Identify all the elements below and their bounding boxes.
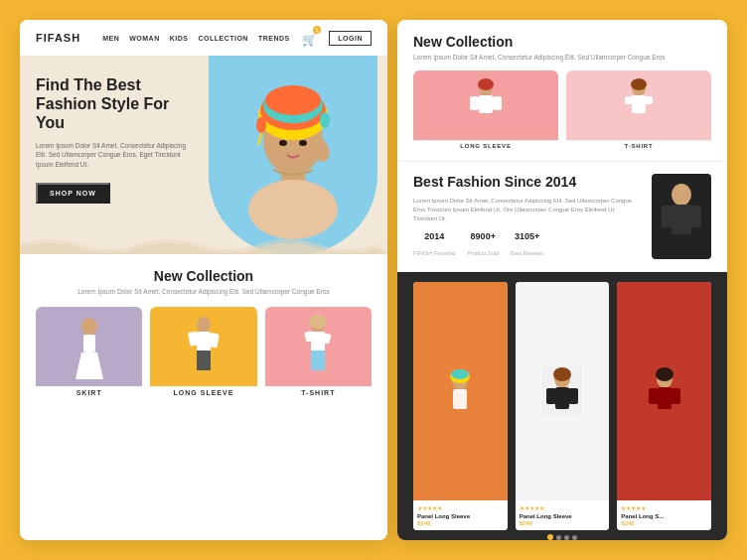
- new-collection-desc: Lorem Ipsum Dolor Sit Amet, Consectetur …: [36, 288, 372, 295]
- svg-point-6: [256, 117, 266, 133]
- navbar: FIFASH MEN WOMAN KIDS COLLECTION TRENDS …: [20, 20, 387, 56]
- dot-3[interactable]: [564, 535, 569, 540]
- svg-rect-56: [658, 387, 672, 409]
- nav-men[interactable]: MEN: [102, 35, 119, 42]
- best-fashion-desc: Lorem Ipsum Dolor Sit Amet, Consectetur …: [413, 197, 640, 223]
- product-model-3: [645, 366, 684, 416]
- svg-rect-40: [662, 206, 672, 227]
- right-coll-label-tshirt: T-SHIRT: [566, 140, 711, 151]
- right-collection-grid: LONG SLEEVE T-SHIRT: [413, 70, 711, 151]
- collection-label-skirt: SKIRT: [36, 386, 142, 399]
- product-price-1: $246: [417, 520, 504, 526]
- collection-item-skirt[interactable]: SKIRT: [36, 307, 142, 399]
- product-item-2[interactable]: ★★★★★ Panel Long Sleeve $246: [516, 282, 610, 530]
- svg-rect-35: [625, 96, 633, 104]
- product-stars-1: ★★★★★: [417, 504, 504, 511]
- nav-kids[interactable]: KIDS: [170, 35, 189, 42]
- product-name-2: Panel Long Sleeve: [520, 513, 606, 519]
- product-stars-3: ★★★★★: [621, 504, 707, 511]
- right-new-collection: New Collection Lorem Ipsum Dolor Sit Ame…: [397, 20, 727, 162]
- product-info-2: ★★★★★ Panel Long Sleeve $246: [516, 500, 610, 530]
- right-tshirt-model: [619, 78, 659, 133]
- cart-badge: 1: [313, 26, 321, 34]
- svg-rect-17: [197, 332, 211, 351]
- svg-point-12: [279, 140, 287, 146]
- svg-point-16: [197, 317, 211, 333]
- login-button[interactable]: LOGIN: [329, 31, 372, 46]
- collection-item-longsleeve[interactable]: LONG SLEEVE: [150, 307, 256, 399]
- svg-rect-20: [197, 350, 211, 370]
- svg-point-13: [299, 140, 307, 146]
- stat-founded: 2014 FIFASH Founded: [413, 231, 456, 259]
- right-coll-label-longsleeve: LONG SLEEVE: [413, 140, 558, 151]
- svg-rect-52: [568, 388, 578, 404]
- svg-rect-30: [470, 96, 479, 110]
- stat-reviews-label: Best Reviews: [511, 250, 543, 256]
- svg-point-28: [478, 78, 494, 90]
- svg-rect-41: [690, 206, 701, 227]
- right-collection-desc: Lorem Ipsum Dolor Sit Amet, Consectetur …: [413, 54, 711, 61]
- shop-now-button[interactable]: SHOP NOW: [36, 183, 110, 204]
- cart-button[interactable]: 🛒 1: [302, 30, 318, 46]
- brand-logo: FIFASH: [36, 32, 80, 44]
- hero-model-svg: [214, 56, 373, 254]
- right-longsleeve-model: [466, 78, 506, 133]
- collection-label-longsleeve: LONG SLEEVE: [150, 386, 256, 399]
- nav-trends[interactable]: TRENDS: [258, 35, 290, 42]
- dot-2[interactable]: [556, 535, 561, 540]
- hero-section: · · · ·· · · ·· · · ·· · · ·· · · · · · …: [20, 56, 387, 254]
- nav-woman[interactable]: WOMAN: [129, 35, 160, 42]
- hero-content: Find The Best Fashion Style For You Lore…: [36, 75, 195, 204]
- product-img-1: [413, 282, 508, 500]
- product-info-3: ★★★★★ Panel Long S... $246: [617, 500, 711, 530]
- stat-reviews-value: 3105+: [511, 231, 543, 241]
- collection-img-skirt: [36, 307, 142, 386]
- dot-1[interactable]: [547, 534, 553, 540]
- svg-rect-26: [311, 350, 325, 370]
- product-price-3: $246: [621, 520, 707, 526]
- skirt-model: [70, 315, 109, 379]
- svg-point-49: [553, 367, 571, 381]
- svg-rect-50: [555, 387, 569, 409]
- product-item-1[interactable]: ★★★★★ Panel Long Sleeve $246: [413, 282, 508, 530]
- svg-point-8: [320, 112, 330, 128]
- dot-4[interactable]: [572, 535, 577, 540]
- new-collection-left: New Collection Lorem Ipsum Dolor Sit Ame…: [20, 254, 387, 409]
- tshirt-model: [298, 315, 338, 379]
- right-collection-title: New Collection: [413, 34, 711, 50]
- svg-point-10: [248, 180, 338, 239]
- svg-point-22: [309, 315, 327, 329]
- best-fashion-text: Best Fashion Since 2014 Lorem Ipsum Dolo…: [413, 174, 640, 259]
- left-card: FIFASH MEN WOMAN KIDS COLLECTION TRENDS …: [20, 20, 387, 540]
- hero-description: Lorem Ipsum Dolor Sit Amet, Consectetur …: [36, 141, 195, 170]
- pagination-dots: [413, 534, 711, 540]
- stat-founded-label: FIFASH Founded: [413, 250, 456, 256]
- nav-collection[interactable]: COLLECTION: [198, 35, 248, 42]
- stat-sold: 8900+ Product Sold: [468, 231, 500, 259]
- svg-rect-39: [672, 205, 691, 234]
- svg-rect-57: [649, 388, 659, 404]
- hero-title: Find The Best Fashion Style For You: [36, 75, 195, 133]
- svg-point-45: [451, 369, 469, 379]
- products-section: ★★★★★ Panel Long Sleeve $246: [397, 272, 727, 540]
- product-model-2: [542, 366, 582, 416]
- product-item-3[interactable]: ★★★★★ Panel Long S... $246: [617, 282, 711, 530]
- right-coll-item-tshirt[interactable]: T-SHIRT: [566, 70, 711, 151]
- product-price-2: $246: [520, 520, 606, 526]
- product-model-1: [440, 366, 480, 416]
- svg-rect-46: [453, 389, 467, 409]
- best-fashion-image: [652, 174, 711, 259]
- best-fashion-model-svg: [652, 177, 711, 256]
- svg-rect-51: [546, 388, 556, 404]
- cards-wrapper: FIFASH MEN WOMAN KIDS COLLECTION TRENDS …: [20, 20, 727, 540]
- product-info-1: ★★★★★ Panel Long Sleeve $246: [413, 500, 508, 530]
- svg-point-33: [631, 78, 647, 90]
- collection-grid: SKIRT LONG SLEEVE: [36, 307, 372, 399]
- stat-sold-label: Product Sold: [468, 250, 500, 256]
- longsleeve-model: [184, 315, 224, 379]
- collection-item-tshirt[interactable]: T-SHIRT: [265, 307, 372, 399]
- right-coll-item-longsleeve[interactable]: LONG SLEEVE: [413, 70, 558, 151]
- right-card: New Collection Lorem Ipsum Dolor Sit Ame…: [397, 20, 727, 540]
- svg-rect-34: [632, 95, 646, 113]
- best-fashion-section: Best Fashion Since 2014 Lorem Ipsum Dolo…: [397, 162, 727, 272]
